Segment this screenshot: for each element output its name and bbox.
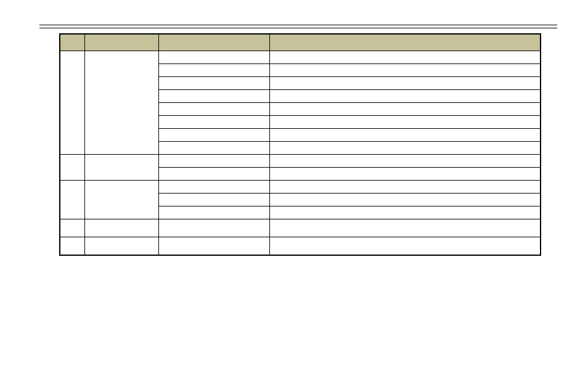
cell xyxy=(269,155,541,168)
cell xyxy=(158,219,269,237)
cell xyxy=(269,90,541,103)
table-header xyxy=(84,34,158,51)
table-row xyxy=(60,181,541,194)
cell xyxy=(158,77,269,90)
cell xyxy=(269,142,541,155)
cell xyxy=(269,64,541,77)
cell xyxy=(158,142,269,155)
cell xyxy=(269,194,541,206)
cell xyxy=(60,51,84,155)
cell xyxy=(158,103,269,116)
cell xyxy=(269,237,541,256)
cell xyxy=(60,181,84,219)
cell xyxy=(158,194,269,206)
table-header xyxy=(60,34,84,51)
top-double-rule xyxy=(39,25,557,28)
cell xyxy=(269,129,541,142)
cell xyxy=(158,116,269,129)
cell xyxy=(158,237,269,256)
cell xyxy=(158,155,269,168)
cell xyxy=(84,237,158,256)
cell xyxy=(269,51,541,64)
cell xyxy=(84,155,158,181)
cell xyxy=(158,206,269,219)
cell xyxy=(158,51,269,64)
table-header xyxy=(158,34,269,51)
table-row xyxy=(60,237,541,256)
cell xyxy=(158,168,269,181)
table-row xyxy=(60,155,541,168)
cell xyxy=(269,219,541,237)
cell xyxy=(269,116,541,129)
table-row xyxy=(60,51,541,64)
cell xyxy=(60,219,84,237)
cell xyxy=(158,64,269,77)
table-header xyxy=(269,34,541,51)
cell xyxy=(60,155,84,181)
table-row xyxy=(60,219,541,237)
cell xyxy=(84,181,158,219)
cell xyxy=(158,90,269,103)
document-table xyxy=(59,33,541,256)
cell xyxy=(269,181,541,194)
cell xyxy=(269,206,541,219)
table-header-row xyxy=(60,34,541,51)
cell xyxy=(84,219,158,237)
cell xyxy=(60,237,84,256)
cell xyxy=(269,103,541,116)
cell xyxy=(158,129,269,142)
cell xyxy=(269,77,541,90)
cell xyxy=(84,51,158,155)
cell xyxy=(269,168,541,181)
cell xyxy=(158,181,269,194)
